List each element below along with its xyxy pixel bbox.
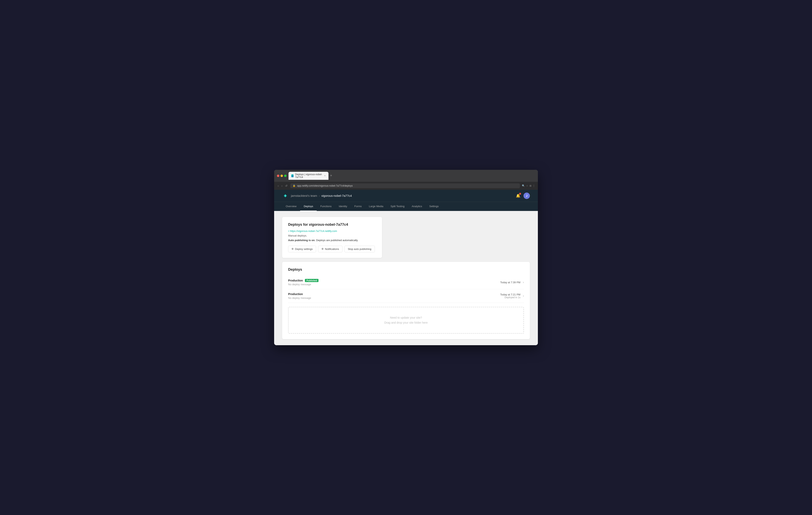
notifications-label: Notifications — [325, 247, 339, 250]
netlify-logo — [282, 192, 289, 199]
menu-icon[interactable]: ⋮ — [533, 184, 535, 187]
auto-publish-text: Auto publishing is on. Deploys are publi… — [288, 239, 376, 242]
app-header: jamstacktest's team › vigorous-nobel-7a7… — [274, 190, 538, 202]
deploy-message-1: No deploy message — [288, 283, 318, 286]
browser-chrome: Deploys | vigorous-nobel-7a77c4 ✕ + ‹ › … — [274, 170, 538, 190]
breadcrumb: jamstacktest's team › vigorous-nobel-7a7… — [291, 194, 352, 198]
deploy-left: Production Published No deploy message — [288, 279, 318, 286]
window-controls — [277, 175, 287, 177]
tab-favicon — [291, 174, 293, 177]
nav-item-analytics[interactable]: Analytics — [408, 202, 426, 211]
nav-item-overview[interactable]: Overview — [282, 202, 300, 211]
tab-close-icon[interactable]: ✕ — [324, 175, 326, 177]
star-icon[interactable]: ☆ — [526, 184, 528, 187]
notification-button[interactable]: 🔔 — [516, 193, 520, 198]
deploy-time-block-2: Today at 7:21 PM Deployed in 1s — [500, 293, 521, 299]
notifications-button[interactable]: ⚙ Notifications — [318, 246, 343, 252]
drop-zone-line1: Need to update your site? — [296, 315, 516, 320]
browser-nav-buttons: ‹ › ↺ — [277, 184, 288, 188]
site-link[interactable]: https://vigorous-nobel-7a77c4.netlify.co… — [288, 230, 376, 233]
deploy-time-1: Today at 7:39 PM — [500, 281, 521, 284]
deploy-row[interactable]: Production Published No deploy message T… — [288, 276, 524, 289]
notification-badge — [519, 193, 521, 195]
close-dot[interactable] — [277, 175, 279, 177]
new-tab-button[interactable]: + — [329, 174, 333, 178]
deploy-badge-published: Published — [305, 279, 319, 282]
tab-bar: Deploys | vigorous-nobel-7a77c4 ✕ + — [289, 172, 535, 180]
auto-publish-suffix: . Deploys are published automatically. — [315, 239, 358, 242]
drop-zone-text: Need to update your site? Drag and drop … — [296, 315, 516, 325]
deploy-right-2: Today at 7:21 PM Deployed in 1s › — [500, 293, 524, 299]
main-content: Deploys for vigorous-nobel-7a77c4 https:… — [274, 211, 538, 345]
info-card: Deploys for vigorous-nobel-7a77c4 https:… — [282, 217, 382, 258]
deploy-settings-label: Deploy settings — [295, 247, 313, 250]
app-navigation: Overview Deploys Functions Identity Form… — [274, 202, 538, 211]
deploy-settings-button[interactable]: ⚙ Deploy settings — [288, 246, 316, 252]
stop-auto-label: Stop auto publishing — [348, 247, 371, 250]
maximize-dot[interactable] — [284, 175, 287, 177]
header-right: 🔔 J — [516, 192, 530, 199]
nav-item-functions[interactable]: Functions — [317, 202, 335, 211]
deploy-time-2: Today at 7:21 PM — [500, 293, 521, 296]
nav-item-split-testing[interactable]: Split Testing — [387, 202, 408, 211]
deploy-env-2: Production — [288, 293, 303, 296]
gear-icon-notifications: ⚙ — [321, 247, 324, 250]
team-name[interactable]: jamstacktest's team — [291, 194, 317, 198]
browser-window: Deploys | vigorous-nobel-7a77c4 ✕ + ‹ › … — [274, 170, 538, 345]
card-actions: ⚙ Deploy settings ⚙ Notifications Stop a… — [288, 246, 376, 252]
breadcrumb-separator: › — [319, 194, 320, 198]
deploy-time-block-1: Today at 7:39 PM — [500, 281, 521, 284]
address-bar[interactable]: 🔒 app.netlify.com/sites/vigorous-nobel-7… — [290, 183, 520, 188]
extensions-icon[interactable]: ⊞ — [529, 184, 531, 187]
auto-publish-label: Auto publishing is on — [288, 239, 315, 242]
browser-title-bar: Deploys | vigorous-nobel-7a77c4 ✕ + — [274, 170, 538, 182]
drop-zone-line2: Drag and drop your site folder here — [296, 320, 516, 325]
deploy-left-2: Production No deploy message — [288, 293, 311, 299]
deploy-env-1: Production — [288, 279, 303, 282]
deploy-label-row: Production Published — [288, 279, 318, 282]
manual-deploys-text: Manual deploys. — [288, 234, 376, 237]
address-bar-container: ‹ › ↺ 🔒 app.netlify.com/sites/vigorous-n… — [274, 182, 538, 190]
search-icon[interactable]: 🔍 — [522, 184, 525, 187]
stop-auto-publishing-button[interactable]: Stop auto publishing — [345, 246, 375, 252]
info-card-title: Deploys for vigorous-nobel-7a77c4 — [288, 222, 376, 227]
browser-actions: 🔍 ☆ ⊞ ⋮ — [522, 184, 535, 187]
nav-item-settings[interactable]: Settings — [426, 202, 442, 211]
nav-item-identity[interactable]: Identity — [335, 202, 351, 211]
address-text: app.netlify.com/sites/vigorous-nobel-7a7… — [297, 184, 353, 187]
user-avatar[interactable]: J — [523, 192, 530, 199]
active-tab[interactable]: Deploys | vigorous-nobel-7a77c4 ✕ — [289, 172, 328, 180]
tab-title: Deploys | vigorous-nobel-7a77c4 — [295, 173, 322, 179]
nav-item-forms[interactable]: Forms — [351, 202, 365, 211]
deploys-card: Deploys Production Published No deploy m… — [282, 262, 530, 339]
chevron-right-icon-2[interactable]: › — [523, 294, 524, 298]
drop-zone[interactable]: Need to update your site? Drag and drop … — [288, 307, 524, 334]
deploy-label-row-2: Production — [288, 293, 311, 296]
minimize-dot[interactable] — [281, 175, 283, 177]
reload-button[interactable]: ↺ — [284, 184, 288, 188]
deploy-message-2: No deploy message — [288, 297, 311, 299]
chevron-right-icon-1[interactable]: › — [523, 280, 524, 284]
lock-icon: 🔒 — [293, 184, 295, 187]
site-name[interactable]: vigorous-nobel-7a77c4 — [321, 194, 352, 198]
gear-icon-deploy: ⚙ — [291, 247, 294, 250]
deploys-section-title: Deploys — [288, 268, 524, 272]
forward-button[interactable]: › — [281, 184, 283, 188]
back-button[interactable]: ‹ — [277, 184, 280, 188]
deploy-row-2[interactable]: Production No deploy message Today at 7:… — [288, 289, 524, 303]
header-left: jamstacktest's team › vigorous-nobel-7a7… — [282, 192, 352, 199]
deploy-duration-2: Deployed in 1s — [500, 296, 521, 299]
nav-item-deploys[interactable]: Deploys — [300, 202, 317, 211]
deploy-right-1: Today at 7:39 PM › — [500, 280, 524, 284]
nav-item-large-media[interactable]: Large Media — [365, 202, 387, 211]
